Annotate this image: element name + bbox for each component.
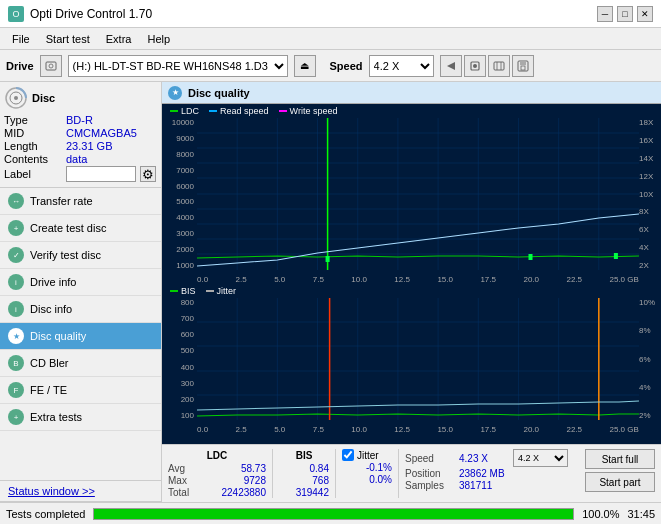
fe-te-icon: F	[8, 382, 24, 398]
stats-bis-max-row: 768	[279, 475, 329, 486]
maximize-button[interactable]: □	[617, 6, 633, 22]
stats-bis-max: 768	[279, 475, 329, 486]
jitter-checkbox[interactable]	[342, 449, 354, 461]
bottom-y-axis-right: 10% 8% 6% 4% 2%	[639, 298, 661, 420]
disc-panel: Disc Type BD-R MID CMCMAGBA5 Length 23.3…	[0, 82, 161, 188]
top-chart-legend: LDC Read speed Write speed	[170, 106, 337, 116]
legend-jitter: Jitter	[206, 286, 237, 296]
sidebar-item-create-test-disc[interactable]: + Create test disc	[0, 215, 161, 242]
stats-bis-total-row: 319442	[279, 487, 329, 498]
disc-contents-row: Contents data	[4, 153, 157, 165]
progress-bar	[94, 509, 573, 519]
speed-btn-1[interactable]	[440, 55, 462, 77]
title-bar: O Opti Drive Control 1.70 ─ □ ✕	[0, 0, 661, 28]
menu-start-test[interactable]: Start test	[38, 31, 98, 47]
disc-type-value: BD-R	[66, 114, 93, 126]
top-chart-svg	[197, 118, 639, 270]
sidebar-item-disc-info[interactable]: i Disc info	[0, 296, 161, 323]
speed-btn-save[interactable]	[512, 55, 534, 77]
status-window-link[interactable]: Status window >>	[0, 480, 161, 502]
transfer-rate-icon: ↔	[8, 193, 24, 209]
speed-value-row: Speed 4.23 X 4.2 X	[405, 449, 568, 467]
disc-icon	[4, 86, 28, 110]
legend-read-speed: Read speed	[209, 106, 269, 116]
status-text: Tests completed	[6, 508, 85, 520]
bottom-x-axis: 0.0 2.5 5.0 7.5 10.0 12.5 15.0 17.5 20.0…	[197, 425, 639, 434]
speed-select[interactable]: 4.2 X	[369, 55, 434, 77]
sidebar-item-transfer-rate[interactable]: ↔ Transfer rate	[0, 188, 161, 215]
disc-mid-value: CMCMAGBA5	[66, 127, 137, 139]
stats-jitter-avg-row: -0.1%	[342, 462, 392, 473]
stats-ldc-avg-row: Avg 58.73	[168, 463, 266, 474]
status-time: 31:45	[627, 508, 655, 520]
extra-tests-icon: +	[8, 409, 24, 425]
nav-items: ↔ Transfer rate + Create test disc ✓ Ver…	[0, 188, 161, 480]
app-icon: O	[8, 6, 24, 22]
start-part-button[interactable]: Start part	[585, 472, 655, 492]
nav-drive-info-label: Drive info	[30, 276, 76, 288]
sidebar-item-verify-test-disc[interactable]: ✓ Verify test disc	[0, 242, 161, 269]
stats-divider-1	[272, 449, 273, 498]
stats-ldc-avg: 58.73	[206, 463, 266, 474]
ldc-legend-dot	[170, 110, 178, 112]
menu-file[interactable]: File	[4, 31, 38, 47]
window-controls: ─ □ ✕	[597, 6, 653, 22]
sidebar: Disc Type BD-R MID CMCMAGBA5 Length 23.3…	[0, 82, 162, 502]
create-test-disc-icon: +	[8, 220, 24, 236]
bottom-chart-legend: BIS Jitter	[170, 286, 236, 296]
speed-select-stats[interactable]: 4.2 X	[513, 449, 568, 467]
sidebar-item-disc-quality[interactable]: ★ Disc quality	[0, 323, 161, 350]
stats-bis-avg-row: 0.84	[279, 463, 329, 474]
svg-rect-9	[520, 61, 526, 65]
chart-header: ★ Disc quality	[162, 82, 661, 104]
bis-legend-dot	[170, 290, 178, 292]
svg-rect-35	[326, 256, 330, 262]
svg-rect-37	[614, 253, 618, 259]
stats-divider-2	[335, 449, 336, 498]
content-area: ★ Disc quality LDC Read speed	[162, 82, 661, 502]
menu-help[interactable]: Help	[139, 31, 178, 47]
drive-bar: Drive (H:) HL-DT-ST BD-RE WH16NS48 1.D3 …	[0, 50, 661, 82]
chart-header-icon: ★	[168, 86, 182, 100]
action-buttons: Start full Start part	[585, 449, 655, 498]
sidebar-item-fe-te[interactable]: F FE / TE	[0, 377, 161, 404]
disc-mid-row: MID CMCMAGBA5	[4, 127, 157, 139]
chart-title: Disc quality	[188, 87, 250, 99]
sidebar-item-extra-tests[interactable]: + Extra tests	[0, 404, 161, 431]
menu-bar: File Start test Extra Help	[0, 28, 661, 50]
svg-rect-0	[46, 62, 56, 70]
sidebar-item-drive-info[interactable]: i Drive info	[0, 269, 161, 296]
disc-label-input[interactable]	[66, 166, 136, 182]
top-x-axis: 0.0 2.5 5.0 7.5 10.0 12.5 15.0 17.5 20.0…	[197, 275, 639, 284]
stats-divider-3	[398, 449, 399, 498]
nav-fe-te-label: FE / TE	[30, 384, 67, 396]
svg-point-1	[49, 64, 53, 68]
stats-jitter-avg: -0.1%	[342, 462, 392, 473]
drive-select[interactable]: (H:) HL-DT-ST BD-RE WH16NS48 1.D3	[68, 55, 288, 77]
disc-label-button[interactable]: ⚙	[140, 166, 156, 182]
svg-point-13	[14, 96, 18, 100]
samples-key: Samples	[405, 480, 455, 491]
speed-btn-3[interactable]	[488, 55, 510, 77]
sidebar-item-cd-bler[interactable]: B CD Bler	[0, 350, 161, 377]
menu-extra[interactable]: Extra	[98, 31, 140, 47]
read-speed-legend-dot	[209, 110, 217, 112]
close-button[interactable]: ✕	[637, 6, 653, 22]
nav-extra-tests-label: Extra tests	[30, 411, 82, 423]
start-full-button[interactable]: Start full	[585, 449, 655, 469]
speed-buttons	[440, 55, 534, 77]
minimize-button[interactable]: ─	[597, 6, 613, 22]
cd-bler-icon: B	[8, 355, 24, 371]
jitter-legend-dot	[206, 290, 214, 292]
stats-bis-avg: 0.84	[279, 463, 329, 474]
eject-button[interactable]: ⏏	[294, 55, 316, 77]
top-y-axis-right: 18X 16X 14X 12X 10X 8X 6X 4X 2X	[639, 118, 661, 270]
disc-contents-value: data	[66, 153, 87, 165]
disc-mid-label: MID	[4, 127, 62, 139]
disc-type-label: Type	[4, 114, 62, 126]
disc-length-row: Length 23.31 GB	[4, 140, 157, 152]
nav-disc-quality-label: Disc quality	[30, 330, 86, 342]
speed-btn-2[interactable]	[464, 55, 486, 77]
svg-rect-5	[494, 62, 504, 70]
stats-ldc-total-row: Total 22423880	[168, 487, 266, 498]
